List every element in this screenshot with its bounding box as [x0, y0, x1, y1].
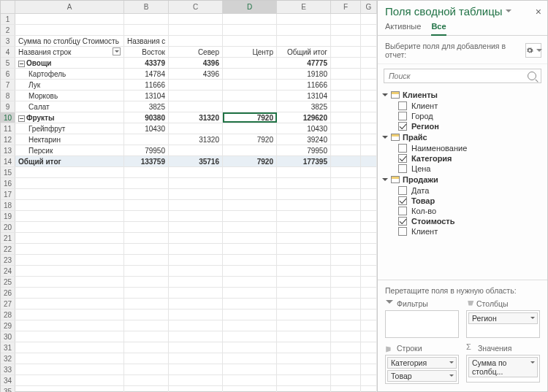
cell[interactable]: [331, 145, 361, 155]
cell[interactable]: [15, 320, 124, 331]
cell[interactable]: [169, 222, 223, 232]
cell[interactable]: 79950: [124, 145, 169, 155]
cell[interactable]: [277, 178, 331, 188]
cell[interactable]: [331, 167, 361, 177]
field-item[interactable]: Наименование: [381, 143, 544, 153]
cell[interactable]: [223, 91, 277, 101]
cell[interactable]: [124, 375, 169, 385]
cell[interactable]: Сумма по столбцу Стоимость: [15, 36, 124, 46]
cell[interactable]: Овощи: [15, 58, 124, 68]
row-header[interactable]: 4: [1, 47, 15, 57]
cell[interactable]: [124, 233, 169, 243]
row-header[interactable]: 28: [1, 310, 15, 320]
cell[interactable]: [169, 255, 223, 265]
field-group-header[interactable]: Клиенты: [381, 89, 544, 101]
cell[interactable]: [223, 189, 277, 199]
cell[interactable]: [361, 200, 377, 210]
cell[interactable]: [223, 342, 277, 353]
cell[interactable]: [331, 123, 361, 134]
cell[interactable]: [15, 233, 124, 243]
cell[interactable]: [223, 320, 277, 331]
cell[interactable]: [124, 364, 169, 374]
cell[interactable]: [361, 233, 377, 243]
filter-dropdown-icon[interactable]: [113, 47, 121, 55]
cell[interactable]: 14784: [124, 69, 169, 79]
cell[interactable]: [124, 14, 169, 24]
cell[interactable]: [223, 145, 277, 155]
cell[interactable]: Персик: [15, 145, 124, 155]
row-header[interactable]: 3: [1, 36, 15, 46]
cell[interactable]: [361, 386, 377, 392]
row-header[interactable]: 11: [1, 123, 15, 134]
cell[interactable]: [277, 320, 331, 331]
cell[interactable]: [169, 25, 223, 35]
cell[interactable]: Названия с: [124, 36, 169, 46]
cell[interactable]: [124, 320, 169, 331]
row-header[interactable]: 24: [1, 266, 15, 276]
cell[interactable]: [124, 342, 169, 353]
cell[interactable]: [331, 331, 361, 342]
cell[interactable]: [15, 178, 124, 188]
cell[interactable]: [15, 331, 124, 342]
row-header[interactable]: 16: [1, 178, 15, 188]
cell[interactable]: [169, 331, 223, 342]
cell[interactable]: [169, 277, 223, 287]
cell[interactable]: [15, 189, 124, 199]
cell[interactable]: [331, 134, 361, 145]
row-header[interactable]: 5: [1, 58, 15, 68]
row-header[interactable]: 20: [1, 222, 15, 232]
cell[interactable]: Нектарин: [15, 134, 124, 145]
cell[interactable]: 4396: [169, 58, 223, 68]
cell[interactable]: [277, 233, 331, 243]
cell[interactable]: [223, 375, 277, 385]
cell[interactable]: [169, 353, 223, 364]
cell[interactable]: [331, 288, 361, 298]
cell[interactable]: 90380: [124, 112, 169, 123]
row-header[interactable]: 27: [1, 299, 15, 309]
cell[interactable]: [223, 69, 277, 79]
cell[interactable]: 79950: [277, 145, 331, 155]
cell[interactable]: Салат: [15, 101, 124, 112]
row-header[interactable]: 26: [1, 288, 15, 298]
cell[interactable]: [331, 80, 361, 90]
checkbox[interactable]: [398, 207, 407, 215]
cell[interactable]: Север: [169, 47, 223, 57]
cell[interactable]: [169, 320, 223, 331]
row-header[interactable]: 19: [1, 211, 15, 221]
cell[interactable]: [331, 277, 361, 287]
cell[interactable]: [277, 255, 331, 265]
row-header[interactable]: 7: [1, 80, 15, 90]
checkbox[interactable]: [398, 196, 407, 205]
cell[interactable]: [331, 364, 361, 374]
cell[interactable]: [361, 222, 377, 232]
cell[interactable]: [331, 112, 361, 123]
cell[interactable]: 133759: [124, 156, 169, 166]
cell[interactable]: [361, 69, 377, 79]
cell[interactable]: [277, 386, 331, 392]
row-header[interactable]: 1: [1, 14, 15, 24]
cell[interactable]: [277, 277, 331, 287]
zone-rows-box[interactable]: КатегорияТовар: [385, 355, 459, 384]
cell[interactable]: [331, 353, 361, 364]
cell[interactable]: [169, 145, 223, 155]
cell[interactable]: [223, 244, 277, 254]
row-header[interactable]: 31: [1, 342, 15, 353]
cell[interactable]: [331, 244, 361, 254]
zone-columns-box[interactable]: Регион: [466, 310, 540, 338]
cell[interactable]: Общий итог: [15, 156, 124, 166]
cell[interactable]: [169, 375, 223, 385]
cell[interactable]: [361, 134, 377, 145]
cell[interactable]: [169, 91, 223, 101]
cell[interactable]: [277, 14, 331, 24]
cell[interactable]: [169, 364, 223, 374]
cell[interactable]: [169, 123, 223, 134]
row-header[interactable]: 10: [1, 112, 15, 123]
cell[interactable]: [223, 266, 277, 276]
zone-item[interactable]: Регион: [468, 312, 538, 324]
checkbox[interactable]: [398, 101, 407, 110]
cell[interactable]: [223, 14, 277, 24]
cell[interactable]: [277, 25, 331, 35]
cell[interactable]: [331, 375, 361, 385]
cell[interactable]: [361, 331, 377, 342]
row-header[interactable]: 14: [1, 156, 15, 166]
